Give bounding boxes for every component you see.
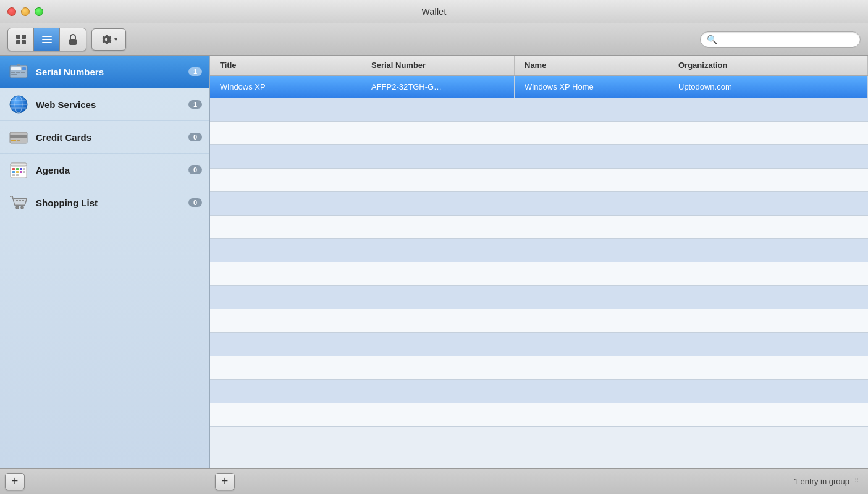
- sidebar-item-serial-numbers[interactable]: Serial Numbers 1: [0, 56, 209, 88]
- empty-row: [210, 169, 868, 192]
- close-button[interactable]: [7, 7, 16, 16]
- svg-rect-32: [16, 168, 19, 170]
- svg-rect-33: [20, 168, 22, 170]
- svg-rect-13: [16, 72, 20, 73]
- cell-organization: Uptodown.com: [668, 76, 868, 98]
- sidebar-item-agenda[interactable]: Agenda 0: [0, 154, 209, 186]
- svg-rect-11: [22, 67, 26, 70]
- svg-rect-27: [11, 133, 15, 133]
- col-header-serial: Serial Number: [361, 56, 515, 75]
- col-header-title: Title: [210, 56, 361, 75]
- table-body: Windows XP AFFP2-32TGH-G… Windows XP Hom…: [210, 76, 868, 468]
- svg-rect-17: [15, 78, 22, 78]
- search-container: 🔍: [700, 31, 861, 48]
- credit-cards-icon: [7, 126, 30, 148]
- main-container: Serial Numbers 1: [0, 56, 868, 468]
- svg-rect-24: [10, 135, 27, 138]
- col-header-organization: Organization: [668, 56, 868, 75]
- svg-rect-43: [16, 200, 18, 201]
- svg-rect-45: [22, 200, 24, 201]
- toolbar: ▾ 🔍: [0, 23, 868, 56]
- svg-point-8: [72, 41, 74, 43]
- svg-rect-12: [11, 72, 15, 73]
- sidebar-web-services-badge: 1: [188, 100, 202, 109]
- svg-rect-40: [16, 174, 19, 176]
- empty-row: [210, 403, 868, 427]
- empty-row: [210, 309, 868, 333]
- cell-title: Windows XP: [210, 76, 361, 98]
- sidebar-credit-cards-label: Credit Cards: [36, 132, 188, 143]
- agenda-icon: [7, 159, 30, 181]
- sidebar-serial-numbers-label: Serial Numbers: [36, 67, 188, 77]
- svg-rect-25: [11, 140, 16, 141]
- maximize-button[interactable]: [35, 7, 43, 16]
- sidebar-item-web-services[interactable]: Web Services 1: [0, 88, 209, 121]
- title-bar: Wallet: [0, 0, 868, 23]
- grid-view-button[interactable]: [8, 28, 34, 51]
- add-table-item-button[interactable]: +: [215, 473, 235, 490]
- empty-row: [210, 356, 868, 380]
- cell-serial: AFFP2-32TGH-G…: [361, 76, 515, 98]
- traffic-lights: [7, 7, 43, 16]
- bottom-bar: + + 1 entry in group ⠿: [0, 468, 868, 494]
- empty-row: [210, 262, 868, 286]
- svg-rect-31: [12, 168, 15, 170]
- col-header-name: Name: [515, 56, 668, 75]
- empty-row: [210, 286, 868, 309]
- sidebar-item-credit-cards[interactable]: Credit Cards 0: [0, 121, 209, 154]
- svg-rect-4: [42, 36, 52, 37]
- sidebar-shopping-list-label: Shopping List: [36, 198, 188, 208]
- svg-rect-38: [23, 171, 25, 173]
- empty-row: [210, 239, 868, 262]
- svg-rect-10: [11, 67, 21, 70]
- status-text: 1 entry in group: [794, 477, 849, 486]
- svg-rect-44: [19, 200, 21, 201]
- svg-point-42: [21, 206, 24, 209]
- search-icon: 🔍: [707, 35, 717, 44]
- lock-button[interactable]: [60, 28, 86, 51]
- svg-rect-3: [22, 40, 26, 44]
- table-area: Title Serial Number Name Organization Wi…: [210, 56, 868, 468]
- bottom-left-section: +: [5, 473, 215, 490]
- empty-row: [210, 192, 868, 216]
- table-row[interactable]: Windows XP AFFP2-32TGH-G… Windows XP Hom…: [210, 76, 868, 98]
- svg-rect-1: [22, 35, 26, 39]
- add-sidebar-item-button[interactable]: +: [5, 473, 25, 490]
- gear-button[interactable]: ▾: [91, 28, 126, 51]
- empty-row: [210, 216, 868, 239]
- gear-arrow-icon: ▾: [114, 36, 117, 43]
- svg-rect-2: [16, 40, 20, 44]
- svg-rect-34: [23, 168, 25, 170]
- sidebar-serial-numbers-badge: 1: [188, 67, 202, 76]
- empty-row: [210, 145, 868, 169]
- svg-rect-28: [21, 133, 26, 133]
- svg-rect-6: [42, 42, 52, 43]
- svg-rect-36: [16, 171, 19, 173]
- list-view-button[interactable]: [34, 28, 60, 51]
- svg-rect-30: [11, 163, 27, 166]
- sidebar-shopping-list-badge: 0: [188, 198, 202, 207]
- svg-point-41: [16, 206, 19, 209]
- minimize-button[interactable]: [21, 7, 30, 16]
- view-toggle-group: [7, 28, 86, 51]
- svg-rect-16: [17, 64, 20, 66]
- resize-handle[interactable]: ⠿: [854, 477, 863, 486]
- web-services-icon: [7, 93, 30, 115]
- shopping-list-icon: [7, 191, 30, 214]
- empty-row: [210, 98, 868, 122]
- window-title: Wallet: [421, 7, 446, 17]
- empty-row: [210, 380, 868, 403]
- search-input[interactable]: [721, 35, 854, 44]
- sidebar-web-services-label: Web Services: [36, 99, 188, 110]
- sidebar-agenda-label: Agenda: [36, 165, 188, 175]
- svg-rect-26: [17, 140, 20, 141]
- svg-rect-14: [21, 72, 25, 73]
- sidebar-item-shopping-list[interactable]: Shopping List 0: [0, 186, 209, 219]
- table-header: Title Serial Number Name Organization: [210, 56, 868, 76]
- serial-numbers-icon: [7, 61, 30, 83]
- cell-name: Windows XP Home: [515, 76, 668, 98]
- svg-rect-0: [16, 35, 20, 39]
- sidebar: Serial Numbers 1: [0, 56, 210, 468]
- svg-rect-39: [12, 174, 15, 176]
- empty-row: [210, 122, 868, 145]
